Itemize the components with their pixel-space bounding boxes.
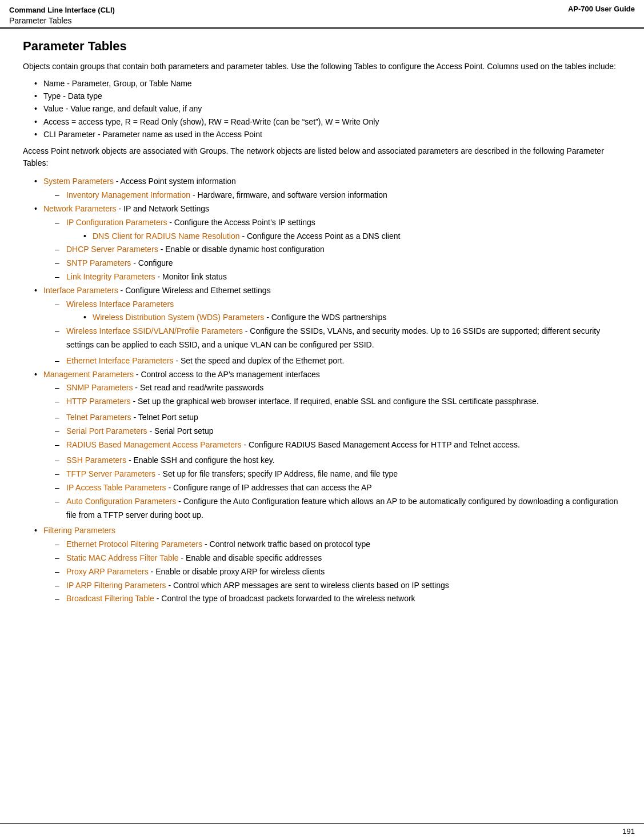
nav-sub-item-desc: - Control network traffic based on proto…: [202, 540, 370, 549]
nav-sub-item: Broadcast Filtering Table - Control the …: [55, 592, 621, 606]
nav-sub-link[interactable]: DHCP Server Parameters: [66, 245, 158, 254]
nav-link[interactable]: Filtering Parameters: [43, 526, 115, 535]
intro-bullet-item: Value - Value range, and default value, …: [34, 102, 621, 115]
nav-sub-link[interactable]: IP Configuration Parameters: [66, 218, 167, 227]
assoc-paragraph: Access Point network objects are associa…: [23, 145, 621, 169]
nav-sub-list: Wireless Interface ParametersWireless Di…: [55, 298, 621, 368]
nav-sub-item-desc: - Set up for file transfers; specify IP …: [155, 469, 398, 478]
nav-link[interactable]: Network Parameters: [43, 204, 117, 213]
nav-sub-list: SNMP Parameters - Set read and read/writ…: [55, 381, 621, 524]
nav-sub-item: Serial Port Parameters - Serial Port set…: [55, 425, 621, 438]
nav-item: Management Parameters - Control access t…: [34, 368, 621, 525]
nav-sub-item-desc: - Enable SSH and configure the host key.: [126, 456, 275, 465]
nav-sub-item-desc: - Configure the Access Point’s IP settin…: [167, 218, 315, 227]
page-header: Command Line Interface (CLI) Parameter T…: [0, 0, 644, 29]
nav-link[interactable]: Management Parameters: [43, 370, 134, 379]
nav-sub-item: Ethernet Protocol Filtering Parameters -…: [55, 538, 621, 552]
intro-paragraph-1: Objects contain groups that contain both…: [23, 61, 621, 73]
nav-sub-item: SSH Parameters - Enable SSH and configur…: [55, 454, 621, 468]
nav-sub-link[interactable]: Ethernet Protocol Filtering Parameters: [66, 540, 202, 549]
nav-sub-item-desc: - Configure RADIUS Based Management Acce…: [242, 440, 520, 449]
nav-sub-item-desc: - Monitor link status: [155, 272, 227, 281]
nav-sub-item-desc: - Set up the graphical web browser inter…: [131, 397, 539, 406]
nav-sub-link[interactable]: Broadcast Filtering Table: [66, 594, 154, 603]
nav-sub-link[interactable]: RADIUS Based Management Access Parameter…: [66, 440, 242, 449]
nav-sub-link[interactable]: Auto Configuration Parameters: [66, 497, 176, 506]
nav-sub-link[interactable]: IP ARP Filtering Parameters: [66, 581, 166, 590]
header-left: Command Line Interface (CLI) Parameter T…: [9, 5, 115, 25]
header-right-title: AP-700 User Guide: [568, 5, 635, 13]
nav-sub-item: DHCP Server Parameters - Enable or disab…: [55, 243, 621, 257]
nav-sub-list: Inventory Management Information - Hardw…: [55, 189, 621, 202]
nav-sub-item: Static MAC Address Filter Table - Enable…: [55, 552, 621, 565]
nav-sub-item-desc: - Set the speed and duplex of the Ethern…: [174, 356, 345, 365]
nav-item-desc: - Control access to the AP’s management …: [134, 370, 320, 379]
nav-sub-link[interactable]: Telnet Parameters: [66, 413, 131, 422]
nav-item: Interface Parameters - Configure Wireles…: [34, 284, 621, 368]
intro-bullet-item: Name - Parameter, Group, or Table Name: [34, 77, 621, 90]
nav-sub-item: IP Configuration Parameters - Configure …: [55, 216, 621, 243]
intro-bullet-item: CLI Parameter - Parameter name as used i…: [34, 128, 621, 141]
nav-sub-link[interactable]: HTTP Parameters: [66, 397, 131, 406]
nav-item-desc: - Access Point system information: [114, 177, 236, 186]
nav-sub-sub-item-desc: - Configure the WDS partnerships: [264, 313, 386, 322]
intro-bullet-item: Type - Data type: [34, 90, 621, 102]
nav-sub-item: IP Access Table Parameters - Configure r…: [55, 481, 621, 495]
nav-sub-item: Link Integrity Parameters - Monitor link…: [55, 270, 621, 284]
nav-sub-sub-item: DNS Client for RADIUS Name Resolution - …: [83, 230, 621, 243]
nav-sub-item: Inventory Management Information - Hardw…: [55, 189, 621, 202]
nav-sub-item: SNMP Parameters - Set read and read/writ…: [55, 381, 621, 395]
nav-sub-link[interactable]: IP Access Table Parameters: [66, 483, 166, 492]
header-subtitle: Parameter Tables: [9, 16, 115, 25]
nav-sub-link[interactable]: SNTP Parameters: [66, 258, 131, 267]
page-title: Parameter Tables: [23, 39, 621, 54]
nav-sub-item-desc: - Serial Port setup: [147, 426, 214, 436]
nav-sub-item-desc: - Configure range of IP addresses that c…: [166, 483, 372, 492]
nav-sub-link[interactable]: Wireless Interface Parameters: [66, 299, 174, 309]
intro-bullets: Name - Parameter, Group, or Table NameTy…: [34, 77, 621, 141]
main-content: Parameter Tables Objects contain groups …: [0, 29, 644, 643]
nav-sub-item: IP ARP Filtering Parameters - Control wh…: [55, 579, 621, 593]
nav-sub-link[interactable]: SNMP Parameters: [66, 383, 133, 392]
nav-sub-item-desc: - Telnet Port setup: [131, 413, 198, 422]
nav-sub-item: RADIUS Based Management Access Parameter…: [55, 438, 621, 454]
nav-sub-list: Ethernet Protocol Filtering Parameters -…: [55, 538, 621, 606]
nav-sub-item: Proxy ARP Parameters - Enable or disable…: [55, 565, 621, 579]
nav-sub-item: TFTP Server Parameters - Set up for file…: [55, 468, 621, 481]
nav-sub-link[interactable]: SSH Parameters: [66, 456, 126, 465]
nav-sub-list: IP Configuration Parameters - Configure …: [55, 216, 621, 284]
nav-sub-link[interactable]: Link Integrity Parameters: [66, 272, 155, 281]
nav-sub-link[interactable]: Ethernet Interface Parameters: [66, 356, 174, 365]
nav-sub-sub-link[interactable]: DNS Client for RADIUS Name Resolution: [93, 231, 240, 241]
nav-sub-item-desc: - Hardware, firmware, and software versi…: [190, 190, 387, 199]
nav-sub-item: Auto Configuration Parameters - Configur…: [55, 495, 621, 525]
nav-link[interactable]: Interface Parameters: [43, 286, 118, 295]
nav-sub-link[interactable]: TFTP Server Parameters: [66, 469, 155, 478]
nav-sub-item: Telnet Parameters - Telnet Port setup: [55, 411, 621, 425]
nav-sub-item-desc: - Enable and disable specific addresses: [179, 553, 322, 562]
nav-sub-sub-list: DNS Client for RADIUS Name Resolution - …: [83, 230, 621, 243]
nav-sub-sub-item-desc: - Configure the Access Point as a DNS cl…: [240, 231, 401, 241]
nav-sub-link[interactable]: Wireless Interface SSID/VLAN/Profile Par…: [66, 326, 243, 335]
nav-sub-sub-link[interactable]: Wireless Distribution System (WDS) Param…: [93, 313, 264, 322]
nav-sub-item: Wireless Interface SSID/VLAN/Profile Par…: [55, 325, 621, 354]
nav-sub-link[interactable]: Proxy ARP Parameters: [66, 567, 149, 576]
nav-item: Filtering ParametersEthernet Protocol Fi…: [34, 524, 621, 606]
nav-sub-link[interactable]: Serial Port Parameters: [66, 426, 147, 436]
nav-sub-item-desc: - Enable or disable dynamic host configu…: [158, 245, 325, 254]
page-number: 191: [622, 827, 635, 836]
intro-bullet-item: Access = access type, R = Read Only (sho…: [34, 115, 621, 128]
nav-item-desc: - IP and Network Settings: [117, 204, 209, 213]
navigation-list: System Parameters - Access Point system …: [34, 175, 621, 606]
nav-sub-item: HTTP Parameters - Set up the graphical w…: [55, 395, 621, 411]
nav-sub-item-desc: - Control the type of broadcast packets …: [154, 594, 415, 603]
header-main-title: Command Line Interface (CLI): [9, 5, 115, 16]
nav-sub-item-desc: - Control which ARP messages are sent to…: [166, 581, 449, 590]
nav-sub-sub-item: Wireless Distribution System (WDS) Param…: [83, 311, 621, 325]
nav-sub-link[interactable]: Inventory Management Information: [66, 190, 190, 199]
nav-sub-item-desc: - Set read and read/write passwords: [133, 383, 263, 392]
page-footer: 191: [0, 823, 644, 839]
nav-sub-link[interactable]: Static MAC Address Filter Table: [66, 553, 179, 562]
nav-sub-sub-list: Wireless Distribution System (WDS) Param…: [83, 311, 621, 325]
nav-link[interactable]: System Parameters: [43, 177, 114, 186]
